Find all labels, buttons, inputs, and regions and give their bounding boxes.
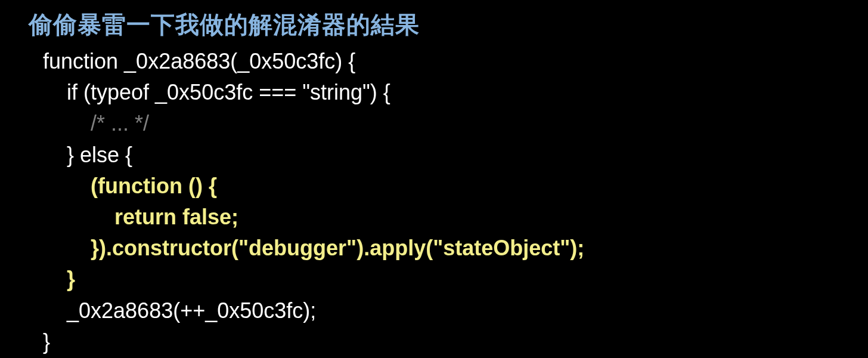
code-line: function _0x2a8683(_0x50c3fc) { — [43, 49, 355, 73]
slide-title: 偷偷暴雷一下我做的解混淆器的結果 — [29, 8, 839, 41]
code-comment: /* ... */ — [43, 111, 149, 135]
code-highlight: } — [43, 267, 75, 291]
code-line: } else { — [43, 143, 132, 167]
slide: 偷偷暴雷一下我做的解混淆器的結果 function _0x2a8683(_0x5… — [0, 0, 868, 358]
code-highlight: (function () { — [43, 174, 217, 198]
code-block: function _0x2a8683(_0x50c3fc) { if (type… — [29, 46, 839, 357]
code-line: } — [43, 329, 50, 354]
code-line: if (typeof _0x50c3fc === "string") { — [43, 80, 390, 104]
code-line: _0x2a8683(++_0x50c3fc); — [43, 298, 316, 323]
code-highlight: return false; — [43, 205, 238, 229]
code-highlight: }).constructor("debugger").apply("stateO… — [43, 236, 584, 260]
